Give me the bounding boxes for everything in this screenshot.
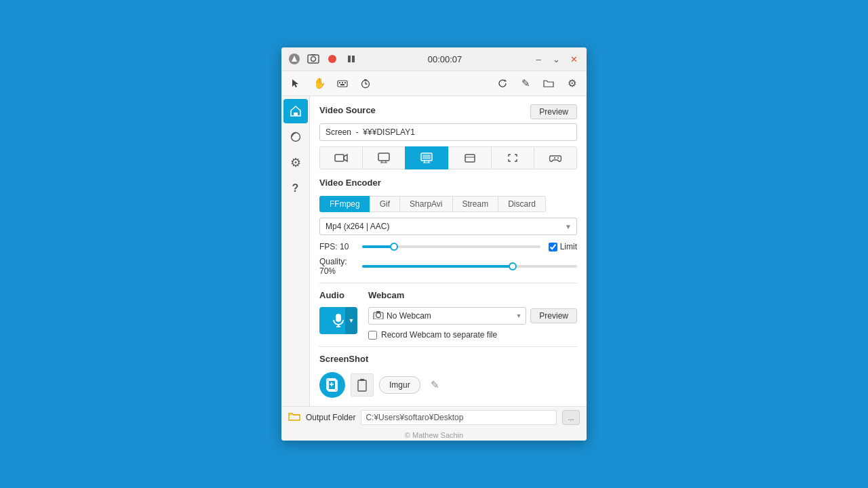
- webcam-label: Webcam: [368, 290, 577, 300]
- output-folder-label: Output Folder: [306, 413, 355, 422]
- fps-label: FPS: 10: [319, 242, 357, 251]
- webcam-select-wrap: No Webcam ▼: [368, 307, 526, 325]
- svg-point-42: [376, 313, 381, 318]
- svg-rect-34: [465, 155, 475, 162]
- app-icon[interactable]: [287, 52, 302, 66]
- record-button[interactable]: [325, 52, 340, 66]
- format-select[interactable]: Mp4 (x264 | AAC): [319, 218, 577, 235]
- video-source-preview-btn[interactable]: Preview: [530, 104, 577, 119]
- mic-dropdown-arrow[interactable]: ▼: [345, 307, 357, 334]
- timer-tool[interactable]: [356, 74, 375, 93]
- fps-limit-check: Limit: [549, 242, 577, 251]
- screenshot-label: ScreenShot: [319, 354, 577, 364]
- audio-webcam-row: Audio ▼ Webcam: [319, 290, 577, 340]
- imgur-btn[interactable]: Imgur: [379, 376, 420, 394]
- fps-value: 10: [340, 242, 349, 251]
- timer-display: 00:00:07: [363, 54, 527, 64]
- webcam-preview-btn[interactable]: Preview: [530, 308, 577, 323]
- sidebar-item-settings[interactable]: ⚙: [283, 150, 308, 175]
- quality-slider-row: Quality: 70%: [319, 257, 577, 276]
- enc-tab-sharpavi[interactable]: SharpAvi: [399, 196, 452, 212]
- output-folder-icon: [288, 411, 300, 424]
- source-icon-tabs: [319, 146, 577, 169]
- hand-tool[interactable]: ✋: [310, 74, 329, 93]
- pause-button[interactable]: [344, 52, 359, 66]
- close-button[interactable]: ✕: [566, 52, 581, 66]
- webcam-select-arrow: ▼: [515, 312, 521, 319]
- source-tab-window[interactable]: [448, 146, 491, 169]
- video-source-header: Video Source Preview: [319, 104, 577, 119]
- screenshot-copy-btn[interactable]: [319, 372, 345, 398]
- pencil-edit-icon[interactable]: ✎: [426, 375, 445, 394]
- fps-limit-label: Limit: [560, 242, 577, 251]
- encoder-tabs: FFmpeg Gif SharpAvi Stream Discard: [319, 196, 577, 212]
- svg-rect-11: [342, 82, 343, 83]
- sidebar-item-home[interactable]: [283, 99, 308, 123]
- enc-tab-stream[interactable]: Stream: [452, 196, 498, 212]
- svg-rect-44: [376, 311, 380, 312]
- svg-rect-20: [294, 113, 298, 116]
- svg-rect-12: [344, 82, 346, 83]
- separator-2: [319, 346, 577, 347]
- svg-rect-23: [335, 155, 344, 161]
- enc-tab-ffmpeg[interactable]: FFmpeg: [319, 196, 370, 212]
- sidebar: ⚙ ?: [281, 96, 310, 406]
- svg-point-3: [311, 57, 316, 62]
- audio-section: Audio ▼: [319, 290, 357, 334]
- fps-limit-checkbox[interactable]: [549, 243, 557, 251]
- video-source-input[interactable]: [319, 123, 577, 141]
- svg-rect-13: [340, 84, 344, 85]
- audio-label: Audio: [319, 290, 357, 300]
- keyboard-tool[interactable]: [333, 74, 352, 93]
- screenshot-icon[interactable]: [306, 52, 321, 66]
- svg-point-5: [328, 55, 336, 63]
- webcam-select[interactable]: No Webcam: [387, 311, 513, 321]
- quality-slider[interactable]: [362, 265, 577, 268]
- fps-slider[interactable]: [362, 245, 540, 248]
- main-content: Video Source Preview: [310, 96, 587, 406]
- svg-rect-39: [336, 314, 341, 322]
- window-controls: – ⌄ ✕: [531, 52, 581, 66]
- record-webcam-checkbox[interactable]: [368, 331, 377, 340]
- footer: Output Folder C:¥Users¥softaro¥Desktop .…: [281, 406, 587, 428]
- settings-icon[interactable]: ⚙: [562, 74, 581, 93]
- record-webcam-row: Record Webcam to separate file: [368, 330, 577, 340]
- pencil-icon[interactable]: ✎: [516, 74, 535, 93]
- enc-tab-gif[interactable]: Gif: [370, 196, 399, 212]
- record-webcam-label: Record Webcam to separate file: [381, 330, 497, 340]
- svg-rect-6: [348, 56, 351, 62]
- svg-rect-43: [374, 312, 383, 319]
- source-tab-fullscreen[interactable]: [491, 146, 534, 169]
- fps-slider-row: FPS: 10 Limit: [319, 242, 577, 251]
- enc-tab-discard[interactable]: Discard: [498, 196, 546, 212]
- sidebar-item-help[interactable]: ?: [283, 176, 308, 201]
- minimize-button[interactable]: –: [531, 52, 546, 66]
- screenshot-clipboard-btn[interactable]: [351, 373, 374, 396]
- svg-point-21: [291, 133, 300, 142]
- mic-button[interactable]: ▼: [319, 307, 357, 334]
- dropdown-button[interactable]: ⌄: [549, 52, 564, 66]
- main-window: 00:00:07 – ⌄ ✕ ✋: [281, 47, 587, 441]
- quality-label: Quality: 70%: [319, 257, 357, 276]
- footer-more-btn[interactable]: ...: [562, 410, 580, 425]
- source-tab-monitor-small[interactable]: [362, 146, 405, 169]
- svg-point-38: [557, 157, 559, 159]
- source-tab-game[interactable]: [534, 146, 577, 169]
- body: ⚙ ? Video Source Preview: [281, 96, 587, 406]
- webcam-select-row: No Webcam ▼ Preview: [368, 307, 577, 325]
- cursor-tool[interactable]: [287, 74, 306, 93]
- screenshot-buttons: Imgur ✎: [319, 372, 577, 398]
- webcam-camera-icon: [373, 310, 384, 321]
- open-folder-icon[interactable]: [539, 74, 558, 93]
- svg-rect-25: [378, 153, 389, 161]
- svg-rect-49: [358, 380, 366, 391]
- svg-rect-9: [338, 81, 347, 87]
- svg-marker-8: [292, 79, 298, 87]
- source-tab-monitor-active[interactable]: [405, 146, 448, 169]
- source-tab-camera[interactable]: [319, 146, 362, 169]
- sidebar-item-history[interactable]: [283, 125, 308, 149]
- separator-1: [319, 283, 577, 283]
- titlebar: 00:00:07 – ⌄ ✕: [281, 47, 587, 71]
- refresh-icon[interactable]: [493, 74, 512, 93]
- svg-rect-50: [360, 379, 364, 381]
